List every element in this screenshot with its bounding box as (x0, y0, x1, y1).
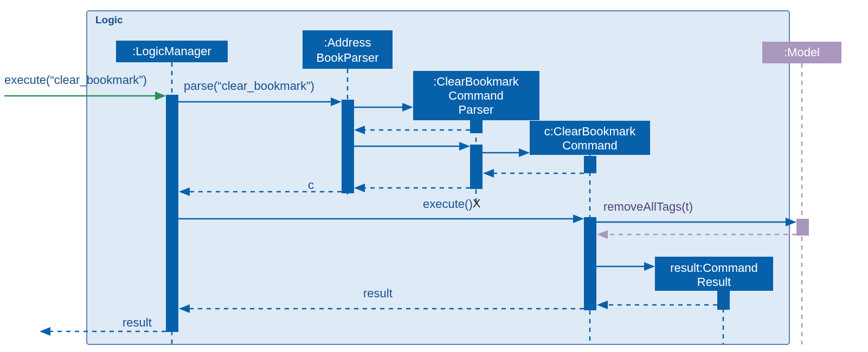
svg-marker-27 (786, 218, 796, 226)
participant-clearbookmarkcommand: c:ClearBookmark Command (530, 121, 650, 155)
lbl-execute: execute() (423, 197, 473, 211)
svg-text:BookParser: BookParser (317, 51, 379, 64)
svg-text:Result: Result (697, 275, 731, 289)
destroy-cbcp: X (473, 197, 481, 210)
lbl-result-2: result (123, 316, 152, 329)
sequence-diagram: Logic :LogicManager :Address BookParser … (0, 0, 868, 352)
svg-text:Parser: Parser (459, 103, 494, 116)
activation-cbc-1 (584, 156, 596, 173)
lbl-execute-in: execute(“clear_bookmark”) (4, 73, 147, 87)
participant-logicmanager: :LogicManager (116, 41, 228, 62)
participant-clearbookmarkcommandparser: :ClearBookmark Command Parser (413, 71, 539, 120)
activation-cbcp-1 (470, 120, 483, 133)
svg-marker-32 (40, 327, 50, 336)
lbl-remove-all-tags: removeAllTags(t) (603, 200, 693, 213)
svg-text:result:Command: result:Command (670, 261, 757, 275)
svg-text::LogicManager: :LogicManager (132, 44, 211, 58)
participant-model: :Model (762, 42, 841, 63)
lbl-parse: parse(“clear_bookmark”) (184, 79, 314, 93)
svg-text::Model: :Model (784, 45, 820, 59)
svg-text:Command: Command (448, 89, 503, 102)
svg-text:c:ClearBookmark: c:ClearBookmark (544, 125, 636, 138)
svg-text::ClearBookmark: :ClearBookmark (433, 75, 519, 88)
participant-commandresult: result:Command Result (655, 257, 773, 291)
activation-commandresult (717, 291, 730, 310)
activation-cbcp-2 (470, 145, 483, 189)
activation-model (796, 219, 809, 236)
activation-logicmanager (166, 95, 178, 332)
frame-label: Logic (95, 14, 123, 25)
lbl-c: c (308, 178, 314, 192)
lbl-result-1: result (363, 286, 393, 300)
activation-cbc-2 (584, 217, 596, 310)
participant-addressbookparser: :Address BookParser (303, 30, 393, 69)
svg-text::Address: :Address (324, 36, 371, 49)
activation-addressbookparser (342, 100, 354, 193)
svg-text:Command: Command (562, 139, 617, 152)
